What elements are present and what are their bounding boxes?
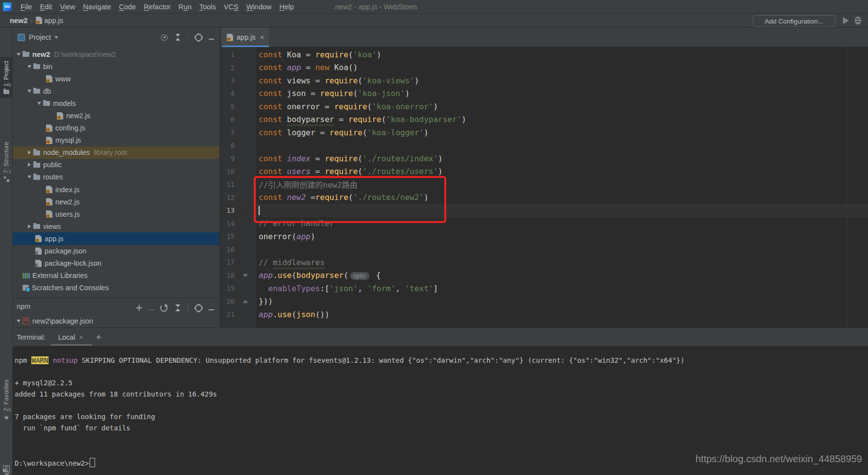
js-file-icon: JS	[46, 210, 52, 218]
close-icon[interactable]: ×	[260, 34, 265, 41]
tree-row-new2[interactable]: new2D:\workspace\new2	[13, 48, 219, 60]
tree-row-public[interactable]: public	[13, 159, 219, 171]
chevron-expanded-icon[interactable]	[17, 53, 21, 56]
menu-item-file[interactable]: File	[17, 0, 36, 14]
tree-row-index-js[interactable]: JSindex.js	[13, 183, 219, 196]
hide-panel-icon[interactable]	[209, 39, 214, 40]
breadcrumb-file[interactable]: app.js	[44, 17, 63, 25]
chevron-collapsed-icon[interactable]	[28, 225, 31, 228]
collapse-all-icon[interactable]	[174, 304, 182, 312]
menu-item-vcs[interactable]: VCS	[220, 0, 242, 14]
add-icon[interactable]	[136, 305, 142, 311]
tree-row-users-js[interactable]: JSusers.js	[13, 208, 219, 220]
tree-row-scratches-and-consoles[interactable]: Scratches and Consoles	[13, 282, 219, 294]
code-line-15[interactable]: 15onerror(app)	[220, 230, 868, 243]
tree-row-external-libraries[interactable]: External Libraries	[13, 270, 219, 282]
code-line-18[interactable]: 18app.use(bodyparser(opts: {	[220, 269, 868, 282]
terminal-tool-window[interactable]: Terminal: Local × + npm WARN notsup SKIP…	[13, 327, 868, 475]
close-icon[interactable]: ×	[79, 334, 83, 341]
editor[interactable]: JS app.js × 1const Koa = require('koa')2…	[219, 27, 868, 327]
debug-icon[interactable]	[855, 17, 861, 25]
chevron-expanded-icon[interactable]	[27, 90, 31, 93]
hide-panel-icon[interactable]	[209, 309, 214, 310]
folder-icon	[33, 89, 40, 94]
stripe-item-1-project[interactable]: 1: Project	[0, 57, 13, 98]
fold-marker-icon[interactable]	[243, 274, 248, 277]
project-tab-icon	[18, 34, 25, 41]
tree-row-package-json[interactable]: {}package.json	[13, 245, 219, 257]
line-number: 14	[220, 220, 235, 227]
tree-row-node-modules[interactable]: node_moduleslibrary root	[13, 147, 219, 159]
star-icon: ★	[3, 414, 9, 421]
refresh-icon[interactable]	[160, 304, 168, 312]
tree-label: mysql.js	[55, 136, 81, 144]
menu-item-tools[interactable]: Tools	[195, 0, 220, 14]
code-line-16[interactable]: 16	[220, 243, 868, 256]
fold-marker-icon[interactable]	[243, 300, 248, 303]
chevron-collapsed-icon[interactable]	[28, 150, 31, 154]
gear-icon[interactable]	[195, 304, 202, 312]
menu-item-navigate[interactable]: Navigate	[79, 0, 115, 14]
project-title[interactable]: Project	[29, 33, 51, 41]
new-terminal-icon[interactable]: +	[96, 332, 101, 342]
menu-item-edit[interactable]: Edit	[36, 0, 56, 14]
tree-row-confing-js[interactable]: JSconfing.js	[13, 122, 219, 134]
menu-item-window[interactable]: Window	[242, 0, 276, 14]
stripe-item-7-structure[interactable]: 7: Structure	[0, 138, 13, 186]
code-line-7[interactable]: 7const logger = require('koa-logger')	[220, 126, 868, 139]
tree-row-db[interactable]: db	[13, 85, 219, 97]
code-line-1[interactable]: 1const Koa = require('koa')	[220, 48, 868, 61]
chevron-collapsed-icon[interactable]	[28, 163, 31, 167]
menu-item-code[interactable]: Code	[115, 0, 140, 14]
tree-row-mysql-js[interactable]: JSmysql.js	[13, 134, 219, 147]
code-line-2[interactable]: 2const app = new Koa()	[220, 61, 868, 75]
terminal-cursor[interactable]	[90, 458, 95, 467]
tree-row-new2-js[interactable]: JSnew2.js	[13, 196, 219, 208]
menu-item-refactor[interactable]: Refactor	[140, 0, 175, 14]
collapse-all-icon[interactable]	[174, 33, 182, 41]
terminal-tab-local[interactable]: Local ×	[58, 333, 83, 341]
add-configuration-button[interactable]: Add Configuration...	[753, 15, 835, 27]
tree-row-new2-js[interactable]: JSnew2.js	[13, 109, 219, 122]
code-line-8[interactable]: 8	[220, 139, 868, 152]
structure-icon	[4, 176, 9, 182]
code-line-3[interactable]: 3const views = require('koa-views')	[220, 74, 868, 87]
tree-label: bin	[43, 63, 52, 71]
code-line-4[interactable]: 4const json = require('koa-json')	[220, 87, 868, 100]
gear-icon[interactable]	[195, 34, 202, 41]
breadcrumb-project[interactable]: new2	[10, 17, 27, 25]
tree-row-routes[interactable]: routes	[13, 171, 219, 183]
menu-item-help[interactable]: Help	[275, 0, 298, 14]
code-line-21[interactable]: 21app.use(json())	[220, 308, 868, 321]
tree-row-www[interactable]: JSwww	[13, 73, 219, 85]
code-area[interactable]: 1const Koa = require('koa')2const app = …	[220, 47, 868, 327]
folder-icon	[23, 52, 29, 57]
tree-row-app-js[interactable]: JSapp.js	[13, 232, 219, 245]
chevron-expanded-icon[interactable]	[37, 102, 41, 105]
divider	[188, 34, 189, 41]
tree-row-package-lock-json[interactable]: {}package-lock.json	[13, 257, 219, 270]
chevron-expanded-icon[interactable]	[27, 65, 31, 68]
tree-row-views[interactable]: views	[13, 220, 219, 232]
code-line-17[interactable]: 17// middlewares	[220, 256, 868, 269]
code-line-20[interactable]: 20}))	[220, 295, 868, 308]
chevron-down-icon[interactable]	[54, 36, 58, 39]
code-line-19[interactable]: 19 enableTypes:['json', 'form', 'text']	[220, 282, 868, 295]
tool-windows-icon[interactable]	[3, 465, 10, 472]
locate-icon[interactable]	[161, 34, 168, 41]
line-number: 20	[220, 298, 235, 305]
run-icon[interactable]	[843, 17, 849, 24]
stripe-item-2-favorites[interactable]: 2: Favorites★	[0, 376, 13, 421]
tree-row-bin[interactable]: bin	[13, 60, 219, 73]
tab-app-js[interactable]: JS app.js ×	[222, 27, 269, 47]
chevron-expanded-icon[interactable]	[27, 175, 31, 178]
chevron-down-icon[interactable]	[17, 320, 21, 323]
tree-row-models[interactable]: models	[13, 97, 219, 109]
code-line-5[interactable]: 5const onerror = require('koa-onerror')	[220, 100, 868, 113]
line-number: 17	[220, 258, 235, 266]
remove-icon[interactable]	[148, 309, 154, 310]
code-line-9[interactable]: 9const index = require('./routes/index')	[220, 152, 868, 165]
menu-item-view[interactable]: View	[56, 0, 79, 14]
menu-item-run[interactable]: Run	[174, 0, 195, 14]
code-line-6[interactable]: 6const bodyparser = require('koa-bodypar…	[220, 113, 868, 126]
